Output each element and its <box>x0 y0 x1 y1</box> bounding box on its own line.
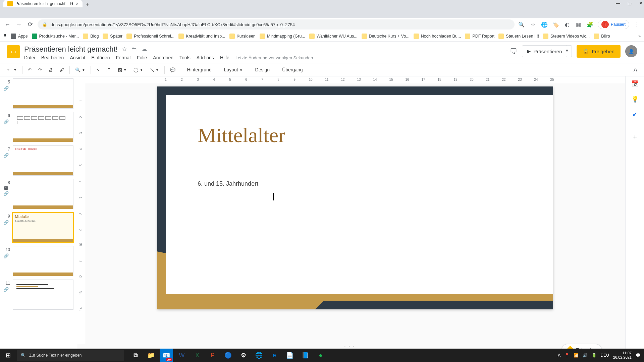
present-button[interactable]: ▶ Präsentieren <box>522 45 567 57</box>
spotify-icon[interactable]: ● <box>314 349 327 362</box>
window-maximize-icon[interactable]: ▢ <box>628 1 632 6</box>
window-minimize-icon[interactable]: — <box>616 1 620 6</box>
menu-view[interactable]: Ansicht <box>70 55 85 60</box>
slide-thumbnail[interactable]: Mittelalter6. und 15. Jahrhundert <box>13 213 73 243</box>
bookmark-item[interactable]: Büro <box>594 34 610 39</box>
menu-edit[interactable]: Bearbeiten <box>41 55 64 60</box>
undo-button[interactable]: ↶ <box>25 65 34 74</box>
back-button[interactable]: ← <box>3 20 11 28</box>
star-icon[interactable]: ☆ <box>122 46 127 53</box>
keep-icon[interactable]: 💡 <box>631 95 639 103</box>
app-icon-2[interactable]: ⚙ <box>237 349 250 362</box>
menu-tools[interactable]: Tools <box>179 55 191 60</box>
menu-file[interactable]: Datei <box>24 55 35 60</box>
pane-drag-handle[interactable]: • • • <box>77 344 625 347</box>
bookmark-item[interactable]: Apps <box>11 34 28 39</box>
print-button[interactable]: 🖨 <box>46 65 56 74</box>
comment-tool[interactable]: 💬 <box>167 65 178 74</box>
address-bar[interactable]: 🔒 docs.google.com/presentation/d/1yV372S… <box>38 19 515 29</box>
menu-arrange[interactable]: Anordnen <box>153 55 173 60</box>
doc-title[interactable]: Präsentieren leicht gemacht! <box>24 45 118 54</box>
slide-title-text[interactable]: Mittelalter <box>198 123 285 147</box>
forward-button[interactable]: → <box>15 20 23 28</box>
image-tool[interactable]: 🖼▼ <box>115 65 129 74</box>
textbox-tool[interactable]: 🅃 <box>104 65 114 74</box>
menu-help[interactable]: Hilfe <box>220 55 229 60</box>
bookmark-item[interactable]: Später <box>103 34 122 39</box>
bookmark-item[interactable]: Kursideen <box>229 34 256 39</box>
bookmarks-overflow-icon[interactable]: » <box>638 34 641 39</box>
zoom-tool[interactable]: 🔍▼ <box>72 65 88 74</box>
wifi-icon[interactable]: 📶 <box>574 353 579 358</box>
extension-icon-2[interactable]: ▦ <box>575 21 582 28</box>
select-tool[interactable]: ↖ <box>94 65 103 74</box>
clock[interactable]: 11:07 26.02.2021 <box>613 351 632 360</box>
line-tool[interactable]: ＼▼ <box>147 65 162 75</box>
layout-button[interactable]: Layout ▼ <box>221 65 246 74</box>
bookmark-item[interactable]: Kreativität und Insp... <box>178 34 225 39</box>
slide-thumbnail[interactable] <box>13 280 73 310</box>
bookmark-item[interactable]: Steuern Lesen !!!! <box>498 34 539 39</box>
comments-icon[interactable]: 🗨 <box>510 47 517 56</box>
location-icon[interactable]: 📍 <box>565 353 570 358</box>
background-button[interactable]: Hintergrund <box>184 65 215 74</box>
bookmark-item[interactable]: Produktsuche - Mer... <box>32 34 79 39</box>
bookmark-item[interactable]: Professionell Schrei... <box>126 34 174 39</box>
bookmark-item[interactable]: PDF Report <box>465 34 494 39</box>
bookmark-item[interactable]: Wahlfächer WU Aus... <box>309 34 358 39</box>
new-tab-button[interactable]: + <box>83 1 92 7</box>
word-icon[interactable]: W <box>175 349 189 362</box>
profile-pause-pill[interactable]: T Pausiert <box>598 20 629 29</box>
new-slide-button[interactable]: ＋▼ <box>3 65 19 75</box>
battery-icon[interactable]: 🔋 <box>592 353 597 358</box>
present-dropdown[interactable]: ▼ <box>562 45 572 57</box>
app-icon-3[interactable]: 📘 <box>299 349 312 362</box>
start-button[interactable]: ⊞ <box>0 349 16 362</box>
slide-canvas[interactable]: Mittelalter 6. und 15. Jahrhundert <box>157 86 553 309</box>
tasks-icon[interactable]: ✔ <box>631 111 639 119</box>
bookmark-item[interactable]: Steuern Videos wic... <box>543 34 590 39</box>
slide-thumbnail[interactable]: Erste Folie · Beispiel <box>13 145 73 176</box>
slide-subtitle-text[interactable]: 6. und 15. Jahrhundert <box>198 180 258 187</box>
slide-thumbnail[interactable] <box>13 179 73 209</box>
menu-insert[interactable]: Einfügen <box>91 55 110 60</box>
explorer-icon[interactable]: 📁 <box>144 349 158 362</box>
redo-button[interactable]: ↷ <box>36 65 45 74</box>
task-view-icon[interactable]: ⧉ <box>129 349 142 362</box>
tray-chevron-icon[interactable]: ᐱ <box>558 353 560 358</box>
reload-button[interactable]: ⟳ <box>26 20 34 28</box>
slide-thumbnail[interactable] <box>13 246 73 276</box>
transition-button[interactable]: Übergang <box>279 65 306 74</box>
share-button[interactable]: 🔒 Freigeben <box>577 45 621 58</box>
mail-icon[interactable]: 📧99+ <box>160 349 173 362</box>
move-icon[interactable]: 🗀 <box>131 46 137 53</box>
paint-format-button[interactable]: 🖌 <box>57 65 67 74</box>
bookmark-item[interactable]: Mindmapping (Gru... <box>260 34 305 39</box>
shape-tool[interactable]: ◯▼ <box>131 65 146 74</box>
notepad-icon[interactable]: 📄 <box>283 349 297 362</box>
taskbar-search[interactable]: 🔍 Zur Suche Text hier eingeben <box>17 350 124 361</box>
tab-close-icon[interactable]: × <box>76 1 78 6</box>
browser-tab[interactable]: Präsentieren leicht gemacht! - G × <box>3 0 83 7</box>
bookmark-item[interactable]: Blog <box>83 34 99 39</box>
calendar-icon[interactable]: 📅 <box>631 80 639 88</box>
menu-format[interactable]: Format <box>116 55 131 60</box>
chrome-icon[interactable]: 🌐 <box>252 349 266 362</box>
bookmark-item[interactable]: Deutsche Kurs + Vo... <box>362 34 410 39</box>
chrome-menu-icon[interactable]: ⋮ <box>633 21 641 28</box>
filmstrip[interactable]: 5🔗6🔗7🔗Erste Folie · Beispiel81🔗9🔗Mittela… <box>0 76 77 359</box>
zoom-icon[interactable]: 🔍 <box>518 21 525 28</box>
shopping-tag-icon[interactable]: 🏷️ <box>552 21 559 28</box>
slides-logo[interactable]: ▭ <box>7 45 20 58</box>
menu-addons[interactable]: Add-ons <box>197 55 214 60</box>
bookmark-star-icon[interactable]: ☆ <box>529 21 537 28</box>
slide-thumbnail[interactable] <box>13 112 73 142</box>
bookmark-item[interactable]: Noch hochladen Bu... <box>414 34 461 39</box>
excel-icon[interactable]: X <box>191 349 204 362</box>
collapse-toolbar-icon[interactable]: ᐱ <box>630 65 641 75</box>
powerpoint-icon[interactable]: P <box>206 349 219 362</box>
app-icon-1[interactable]: 🔵 <box>221 349 235 362</box>
volume-icon[interactable]: 🔊 <box>583 353 588 358</box>
window-close-icon[interactable]: ✕ <box>639 1 643 6</box>
edge-icon[interactable]: e <box>268 349 281 362</box>
